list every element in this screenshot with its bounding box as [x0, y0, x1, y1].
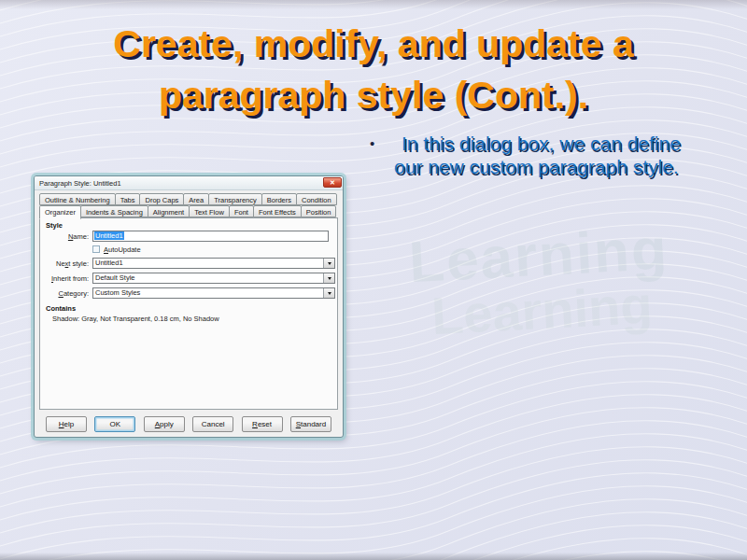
tab[interactable]: Outline & Numbering: [39, 193, 116, 205]
field-label: Category:: [40, 289, 89, 298]
slide-title-line1: Create, modify, and update a: [0, 19, 747, 70]
close-icon[interactable]: ✕: [323, 177, 342, 188]
watermark-echo: Learning: [430, 274, 654, 346]
tab[interactable]: Alignment: [148, 205, 190, 217]
style-dropdown-rows: Next style: Untitled1 Inherit from:: [40, 258, 337, 302]
tab[interactable]: Area: [183, 193, 209, 205]
tab[interactable]: Tabs: [115, 193, 141, 205]
organizer-tab-page: Style Name: Untitled1 AutoUpdate Next st…: [39, 217, 338, 410]
autoupdate-row: AutoUpdate: [92, 245, 337, 254]
field-label: Inherit from:: [40, 274, 89, 283]
tab[interactable]: Text Flow: [189, 205, 230, 217]
chevron-down-icon: [328, 262, 331, 265]
dropdown[interactable]: Default Style: [92, 273, 335, 284]
dialog-body: Outline & Numbering Tabs Drop Caps Area …: [35, 189, 343, 437]
dropdown-value: Custom Styles: [93, 288, 323, 298]
dropdown-value: Untitled1: [93, 259, 323, 268]
dropdown-arrow-button[interactable]: [323, 273, 334, 283]
tab[interactable]: Indents & Spacing: [80, 205, 148, 217]
name-label: Name:: [40, 232, 89, 241]
dialog-button[interactable]: Reset: [242, 416, 283, 432]
style-field-row: Next style: Untitled1: [40, 258, 337, 269]
field-label: Next style:: [40, 259, 89, 268]
slide-title-line2: paragraph style (Cont.).: [0, 70, 747, 121]
slide-title: Create, modify, and update a paragraph s…: [0, 19, 747, 121]
dropdown[interactable]: Untitled1: [92, 258, 335, 269]
dialog-title: Paragraph Style: Untitled1: [35, 179, 121, 188]
autoupdate-checkbox[interactable]: [92, 245, 100, 253]
tab[interactable]: Borders: [261, 193, 297, 205]
dialog-titlebar: Paragraph Style: Untitled1 ✕: [35, 176, 343, 190]
paragraph-style-dialog: Paragraph Style: Untitled1 ✕ Outline & N…: [34, 175, 344, 438]
tab[interactable]: Drop Caps: [139, 193, 184, 205]
tab[interactable]: Transparency: [208, 193, 262, 205]
autoupdate-label: AutoUpdate: [104, 245, 141, 254]
contains-value: Shadow: Gray, Not Transparent, 0.18 cm, …: [52, 315, 219, 323]
dialog-tab-row-1: Outline & Numbering Tabs Drop Caps Area …: [39, 193, 336, 205]
dropdown-arrow-button[interactable]: [323, 259, 334, 268]
dialog-button[interactable]: OK: [94, 416, 135, 432]
chevron-down-icon: [328, 277, 331, 280]
tab[interactable]: Organizer: [39, 205, 81, 219]
dialog-button[interactable]: Apply: [144, 416, 185, 432]
dialog-tab-row-2: Organizer Indents & Spacing Alignment Te…: [39, 205, 335, 217]
contains-section-heading: Contains: [46, 304, 76, 313]
dropdown[interactable]: Custom Styles: [92, 287, 335, 299]
style-section-heading: Style: [46, 221, 63, 230]
slide: Learning Learning Create, modify, and up…: [0, 0, 747, 560]
tab[interactable]: Font Effects: [253, 205, 302, 217]
name-input[interactable]: Untitled1: [92, 231, 329, 242]
dropdown-arrow-button[interactable]: [323, 288, 334, 298]
bullet-text-line2: our new custom paragraph style.: [394, 155, 738, 178]
bullet-block: • In this dialog box, we can define our …: [362, 132, 738, 178]
dialog-button[interactable]: Standard: [290, 416, 331, 432]
chevron-down-icon: [328, 292, 331, 295]
tab[interactable]: Condition: [296, 193, 337, 205]
style-field-row: Inherit from: Default Style: [40, 273, 337, 284]
dialog-button-row: Help OK Apply Cancel Reset Standard: [46, 416, 331, 432]
bullet-marker: •: [362, 132, 402, 155]
dropdown-value: Default Style: [93, 273, 323, 283]
tab[interactable]: Position: [301, 205, 337, 217]
style-field-row: Category: Custom Styles: [40, 287, 337, 299]
bullet-text-line1: In this dialog box, we can define: [402, 132, 681, 155]
dialog-button[interactable]: Cancel: [192, 416, 233, 432]
dialog-button[interactable]: Help: [46, 416, 87, 432]
tab[interactable]: Font: [229, 205, 254, 217]
name-row: Name: Untitled1: [40, 231, 337, 242]
name-input-selected-text: Untitled1: [94, 231, 124, 240]
